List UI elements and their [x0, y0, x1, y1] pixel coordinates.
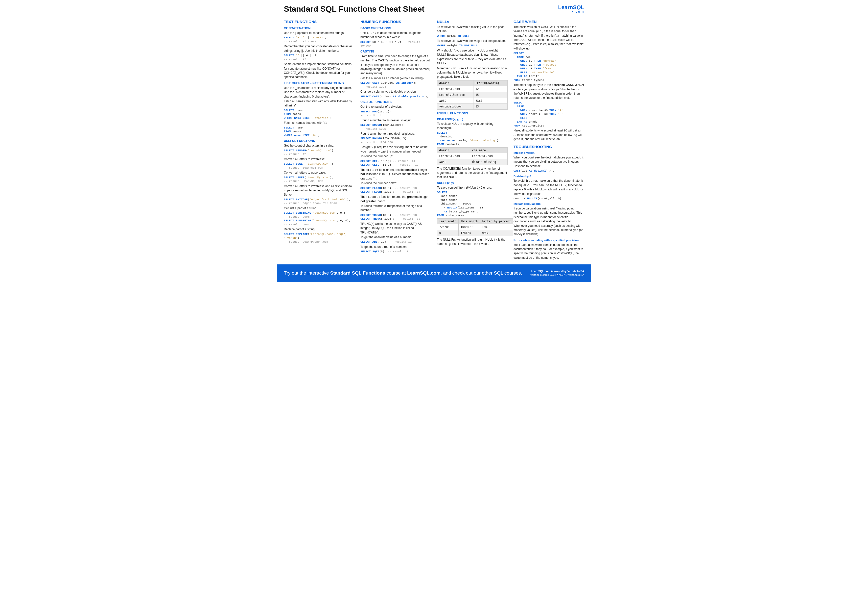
heading-coalesce: COALESCE(x, y, ...)	[437, 117, 508, 121]
uf-initcap: Convert all letters to lowercase and all…	[284, 184, 355, 197]
code-substring: SELECT SUBSTRING('LearnSQL.com', 9); -- …	[284, 211, 355, 226]
heading-nullif: NULLIF(x, y)	[437, 181, 508, 185]
case-desc-1: The basic version of CASE WHEN checks if…	[513, 25, 584, 51]
code-lower: SELECT LOWER('LEARNSQL.COM'); -- result:…	[284, 162, 355, 169]
nulls-desc-1: To retrieve all rows with a missing valu…	[437, 25, 508, 34]
uf-length: Get the count of characters in a string:	[284, 144, 355, 148]
heading-inexact: Inexact calculations	[513, 202, 584, 206]
footer-cta: Try out the interactive Standard SQL Fun…	[284, 270, 522, 276]
column-3: NULLs To retrieve all rows with a missin…	[437, 17, 508, 260]
uf-ceil-desc: To round the number up:	[360, 154, 431, 159]
content-columns: TEXT FUNCTIONS CONCATENATION Use the || …	[277, 16, 591, 264]
heading-intdiv: Integer division	[513, 151, 584, 155]
heading-basic-ops: BASIC OPERATIONS	[360, 26, 431, 30]
code-trunc: SELECT TRUNC(13.5); -- result: 13 SELECT…	[360, 213, 431, 221]
cast-desc-2: Get the number as an integer (without ro…	[360, 76, 431, 81]
uf-ceil-note: The CEIL(x) function returns the smalles…	[360, 168, 431, 181]
footer-link-course[interactable]: Standard SQL Functions	[330, 270, 385, 275]
table-nullif: last_monththis_monthbetter_by_percent 72…	[437, 218, 513, 236]
uf-round: Round a number to its nearest integer:	[360, 118, 431, 123]
concat-desc-2: Remember that you can concatenate only c…	[284, 44, 355, 53]
code-cast-2: SELECT CAST(column AS double precision);	[360, 95, 431, 98]
uf-floor-note: The FLOOR(x) function returns the greate…	[360, 195, 431, 204]
heading-useful-null: USEFUL FUNCTIONS	[437, 111, 508, 116]
uf-substring: Get just a part of a string:	[284, 206, 355, 210]
div0-desc: To avoid this error, make sure that the …	[513, 179, 584, 196]
coalesce-desc-1: To replace NULL in a query with somethin…	[437, 122, 508, 131]
like-desc-1: Use the _ character to replace any singl…	[284, 86, 355, 99]
nulls-desc-3: Why shouldn't you use price = NULL or we…	[437, 48, 508, 66]
column-4: CASE WHEN The basic version of CASE WHEN…	[513, 17, 584, 260]
code-concat-1: SELECT 'Hi ' || 'there!'; -- result: Hi …	[284, 36, 355, 44]
column-1: TEXT FUNCTIONS CONCATENATION Use the || …	[284, 17, 355, 260]
uf-trunc-note: TRUNC(x) works the same way as CAST(x AS…	[360, 222, 431, 235]
code-isnotnull: WHERE weight IS NOT NULL	[437, 44, 508, 48]
heading-case: CASE WHEN	[513, 19, 584, 25]
uf-trunc-desc: To round towards 0 irrespective of the s…	[360, 204, 431, 213]
heading-nulls: NULLs	[437, 19, 508, 25]
intdiv-desc: When you don't see the decimal places yo…	[513, 155, 584, 168]
code-length: SELECT LENGTH('LearnSQL.com'); -- result…	[284, 149, 355, 156]
heading-casting: CASTING	[360, 49, 431, 54]
code-intdiv: CAST(123 AS decimal) / 2	[513, 169, 584, 173]
code-case-2: SELECT CASE WHEN score >= 90 THEN 'A' WH…	[513, 101, 584, 128]
page-title: Standard SQL Functions Cheat Sheet	[284, 5, 425, 14]
uf-lower: Convert all letters to lowercase:	[284, 157, 355, 162]
concat-desc-1: Use the || operator to concatenate two s…	[284, 31, 355, 35]
code-round: SELECT ROUND(1234.56789); -- result: 123…	[360, 123, 431, 131]
basic-desc: Use +, -, *, / to do some basic math. To…	[360, 31, 431, 40]
cast-desc-3: Change a column type to double precision	[360, 90, 431, 94]
heading-round-errors: Errors when rounding with a specified pr…	[513, 238, 584, 242]
code-cast-1: SELECT CAST(1234.567 AS integer); -- res…	[360, 81, 431, 89]
like-desc-2: Fetch all names that start with any lett…	[284, 99, 355, 108]
like-desc-3: Fetch all names that end with 'a':	[284, 121, 355, 125]
code-mod: SELECT MOD(13, 2); -- result: 1	[360, 110, 431, 117]
round-err-desc: Most databases won't complain, but do ch…	[513, 243, 584, 260]
code-basic: SELECT 60 * 60 * 24 * 7; -- result: 6048…	[360, 40, 431, 48]
heading-useful-text: USEFUL FUNCTIONS	[284, 138, 355, 143]
code-sqrt: SELECT SQRT(9); -- result: 3	[360, 250, 431, 253]
uf-floor-desc: To round the number down:	[360, 181, 431, 185]
code-abs: SELECT ABS(-12); -- result: 12	[360, 240, 431, 244]
code-replace: SELECT REPLACE('LearnSQL.com', 'SQL', 'P…	[284, 232, 355, 244]
code-floor: SELECT FLOOR(13.8); -- result: 13 SELECT…	[360, 186, 431, 194]
inexact-desc: If you do calculations using real (float…	[513, 207, 584, 237]
heading-like: LIKE OPERATOR – PATTERN MATCHING	[284, 81, 355, 85]
heading-text-functions: TEXT FUNCTIONS	[284, 19, 355, 25]
code-like-2: SELECT name FROM names WHERE name LIKE '…	[284, 126, 355, 137]
code-upper: SELECT UPPER('LearnSQL.com'); -- result:…	[284, 176, 355, 183]
code-case-1: SELECT CASE fee WHEN 50 THEN 'normal' WH…	[513, 51, 584, 82]
code-concat-2: SELECT '' || 4 || 2; -- result: 42	[284, 53, 355, 61]
code-initcap: SELECT INITCAP('edgar frank ted cODD'); …	[284, 197, 355, 205]
footer: Try out the interactive Standard SQL Fun…	[277, 264, 591, 282]
nullif-desc-1: To save yourself from division by 0 erro…	[437, 186, 508, 190]
code-like-1: SELECT name FROM names WHERE name LIKE '…	[284, 109, 355, 120]
uf-mod: Get the remainder of a division:	[360, 105, 431, 109]
nulls-desc-4: Moreover, if you use a function or conca…	[437, 66, 508, 79]
uf-sqrt-desc: To get the square root of a number:	[360, 245, 431, 249]
nullif-desc-2: The NULLIF(x, y) function will return NU…	[437, 238, 508, 246]
heading-concatenation: CONCATENATION	[284, 26, 355, 30]
header: Standard SQL Functions Cheat Sheet Learn…	[277, 0, 591, 16]
table-length-domain: domainLENGTH(domain) LearnSQL.com12 Lear…	[437, 80, 508, 110]
heading-numeric: NUMERIC FUNCTIONS	[360, 19, 431, 25]
column-2: NUMERIC FUNCTIONS BASIC OPERATIONS Use +…	[360, 17, 431, 260]
uf-round3: Round a number to three decimal places:	[360, 132, 431, 136]
code-round3: SELECT ROUND(1234.56789, 3); -- result: …	[360, 137, 431, 144]
code-div0: count / NULLIF(count_all, 0)	[513, 197, 584, 201]
logo: LearnSQL ● com	[558, 5, 584, 13]
case-desc-3: Here, all students who scored at least 9…	[513, 129, 584, 141]
heading-div0: Division by 0	[513, 174, 584, 179]
heading-useful-num: USEFUL FUNCTIONS	[360, 100, 431, 104]
cast-desc-1: From time to time, you need to change th…	[360, 54, 431, 76]
uf-pg-note: PostgreSQL requires the first argument t…	[360, 145, 431, 154]
code-ceil: SELECT CEIL(13.1); -- result: 14 SELECT …	[360, 159, 431, 167]
uf-upper: Convert all letters to uppercase:	[284, 171, 355, 175]
concat-desc-3: Some databases implement non-standard so…	[284, 62, 355, 79]
case-desc-2: The most popular type is the searched CA…	[513, 83, 584, 100]
footer-link-site[interactable]: LearnSQL.com	[407, 270, 440, 275]
uf-abs-desc: To get the absolute value of a number:	[360, 235, 431, 239]
code-coalesce: SELECT domain, COALESCE(domain, 'domain …	[437, 131, 508, 146]
table-coalesce: domaincoalesce LearnSQL.comLearnSQL.com …	[437, 147, 508, 165]
nulls-desc-2: To retrieve all rows with the weight col…	[437, 39, 508, 43]
